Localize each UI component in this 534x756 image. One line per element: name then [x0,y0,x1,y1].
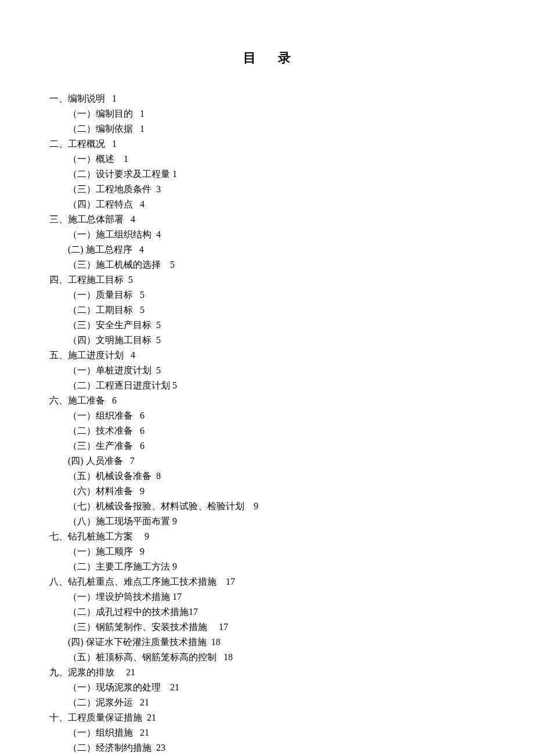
toc-entry: （二）设计要求及工程量 1 [49,167,485,182]
toc-entry: （八）施工现场平面布置 9 [49,514,485,529]
toc-entry: （一）现场泥浆的处理 21 [49,680,485,695]
toc-entry: （三）工程地质条件 3 [49,182,485,197]
toc-entry: （二）主要工序施工方法 9 [49,559,485,574]
toc-entry: （一）单桩进度计划 5 [49,363,485,378]
toc-entry: （四）文明施工目标 5 [49,333,485,348]
toc-entry: 四、工程施工目标 5 [49,272,485,287]
toc-entry: （三）安全生产目标 5 [49,318,485,333]
toc-entry: 七、钻孔桩施工方案 9 [49,529,485,544]
toc-entry: （二）工期目标 5 [49,303,485,318]
document-page: 目录 一、编制说明 1（一）编制目的 1（二）编制依据 1二、工程概况 1（一）… [0,0,534,755]
toc-list: 一、编制说明 1（一）编制目的 1（二）编制依据 1二、工程概况 1（一）概述 … [49,91,485,755]
toc-entry: （三）生产准备 6 [49,438,485,453]
toc-entry: （一）编制目的 1 [49,106,485,121]
toc-entry: （二）编制依据 1 [49,121,485,136]
toc-entry: （七）机械设备报验、材料试验、检验计划 9 [49,499,485,514]
toc-entry: 三、施工总体部署 4 [49,212,485,227]
toc-entry: (四) 人员准备 7 [49,453,485,469]
toc-entry: （一）施工顺序 9 [49,544,485,559]
toc-entry: （二）泥浆外运 21 [49,695,485,710]
toc-entry: （五）机械设备准备 8 [49,469,485,484]
toc-entry: （二）成孔过程中的技术措施17 [49,604,485,620]
toc-entry: （一）质量目标 5 [49,287,485,303]
toc-entry: （三）施工机械的选择 5 [49,257,485,272]
toc-entry: 九、泥浆的排放 21 [49,665,485,680]
toc-entry: 八、钻孔桩重点、难点工序施工技术措施 17 [49,574,485,589]
toc-entry: 六、施工准备 6 [49,393,485,408]
toc-entry: (二) 施工总程序 4 [49,242,485,257]
toc-entry: 五、施工进度计划 4 [49,348,485,363]
toc-entry: （四）工程特点 4 [49,197,485,212]
toc-entry: 二、工程概况 1 [49,136,485,152]
toc-entry: 一、编制说明 1 [49,91,485,106]
toc-entry: （一）组织准备 6 [49,408,485,423]
toc-entry: （二）经济制约措施 23 [49,740,485,755]
toc-entry: （一）概述 1 [49,152,485,167]
toc-entry: （二）技术准备 6 [49,423,485,438]
toc-entry: （六）材料准备 9 [49,484,485,499]
toc-entry: （二）工程逐日进度计划 5 [49,378,485,393]
toc-title: 目录 [49,49,485,67]
toc-entry: （五）桩顶标高、钢筋笼标高的控制 18 [49,650,485,665]
toc-entry: （一）埋设护筒技术措施 17 [49,589,485,604]
toc-entry: 十、工程质量保证措施 21 [49,710,485,725]
toc-entry: （三）钢筋笼制作、安装技术措施 17 [49,620,485,635]
toc-entry: （一）施工组织结构 4 [49,227,485,242]
toc-entry: （一）组织措施 21 [49,725,485,740]
toc-entry: (四) 保证水下砼灌注质量技术措施 18 [49,635,485,650]
